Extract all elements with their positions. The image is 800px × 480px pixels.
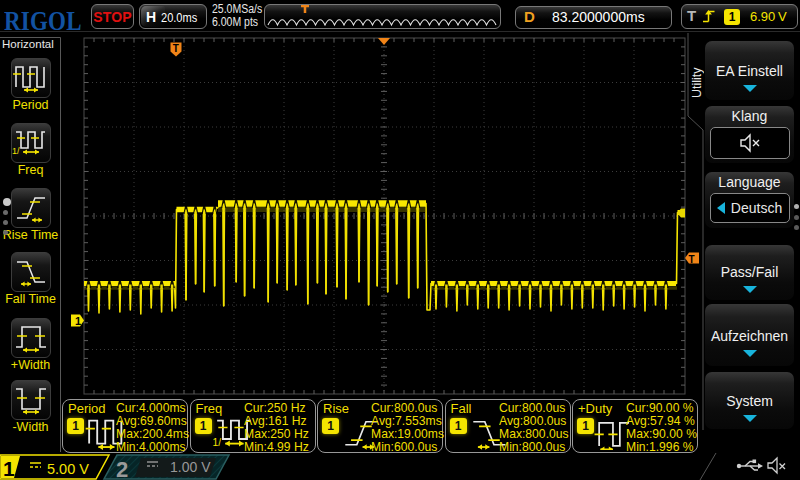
svg-text:5.00 V: 5.00 V bbox=[47, 461, 89, 477]
svg-text:T: T bbox=[173, 43, 179, 54]
svg-text:1/: 1/ bbox=[212, 437, 221, 448]
svg-text:1: 1 bbox=[75, 315, 81, 327]
svg-text:1: 1 bbox=[3, 457, 15, 480]
svg-text:1/: 1/ bbox=[12, 146, 20, 156]
svg-text:1.00 V: 1.00 V bbox=[170, 459, 211, 475]
svg-text:2: 2 bbox=[116, 457, 128, 480]
